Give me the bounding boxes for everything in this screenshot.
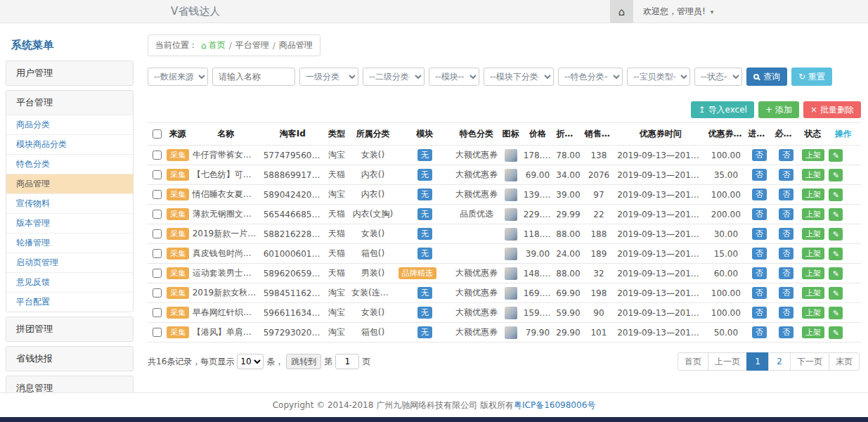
sidebar-subitem[interactable]: 模块商品分类 <box>6 134 133 154</box>
must-buy-badge[interactable]: 否 <box>779 169 793 181</box>
must-buy-badge[interactable]: 否 <box>779 248 793 260</box>
page-footer: Copyright © 2014-2018 广州九驰网络科技有限公司 版权所有粤… <box>0 392 868 417</box>
reset-button[interactable]: ↻ 重置 <box>791 68 832 86</box>
row-checkbox[interactable] <box>153 269 162 278</box>
coupon-amount-cell: 200.00 <box>706 205 746 224</box>
home-button[interactable]: ⌂ <box>610 0 633 23</box>
sidebar-subitem[interactable]: 意见反馈 <box>6 272 133 292</box>
status-badge[interactable]: 上架 <box>802 307 824 319</box>
filter-module-select[interactable]: --模块-- <box>429 68 479 86</box>
add-button[interactable]: + 添加 <box>758 101 799 118</box>
price-cell: 169.90 <box>522 283 555 303</box>
status-badge[interactable]: 上架 <box>802 267 824 279</box>
edit-button[interactable]: ✎ <box>829 169 843 181</box>
search-button[interactable]: 查询 <box>746 68 787 86</box>
sidebar-subitem[interactable]: 启动页管理 <box>6 252 133 272</box>
per-page-select[interactable]: 10 <box>237 354 264 369</box>
sidebar-item[interactable]: 拼团管理 <box>6 317 133 341</box>
status-badge[interactable]: 上架 <box>802 149 824 161</box>
edit-button[interactable]: ✎ <box>829 228 843 241</box>
sidebar-item[interactable]: 省钱快报 <box>6 347 133 371</box>
status-badge[interactable]: 上架 <box>802 208 824 220</box>
jump-button[interactable]: 跳转到 <box>286 354 321 369</box>
filter-status-select[interactable]: --状态-- <box>694 68 742 86</box>
edit-button[interactable]: ✎ <box>829 287 843 300</box>
status-badge[interactable]: 上架 <box>802 326 824 338</box>
import-select-badge[interactable]: 否 <box>752 188 767 200</box>
row-checkbox[interactable] <box>153 249 162 258</box>
must-buy-badge[interactable]: 否 <box>779 228 793 240</box>
row-checkbox[interactable] <box>153 170 162 179</box>
page-button[interactable]: 末页 <box>829 352 860 371</box>
import-select-badge[interactable]: 否 <box>752 228 767 240</box>
row-checkbox[interactable] <box>153 328 162 337</box>
page-button[interactable]: 上一页 <box>708 352 747 371</box>
sidebar-item[interactable]: 平台管理 <box>6 91 133 115</box>
status-badge[interactable]: 上架 <box>802 188 824 200</box>
import-select-badge[interactable]: 否 <box>752 208 767 220</box>
must-buy-badge[interactable]: 否 <box>779 188 793 200</box>
page-button[interactable]: 首页 <box>678 352 708 371</box>
page-button[interactable]: 2 <box>768 352 791 371</box>
edit-button[interactable]: ✎ <box>829 149 843 162</box>
status-badge[interactable]: 上架 <box>802 228 824 240</box>
edit-button[interactable]: ✎ <box>829 188 843 201</box>
row-checkbox[interactable] <box>153 229 162 238</box>
page-button[interactable]: 下一页 <box>790 352 829 371</box>
must-buy-badge[interactable]: 否 <box>779 287 793 299</box>
filter-level2-select[interactable]: --二级分类-- <box>363 68 425 86</box>
row-checkbox[interactable] <box>153 308 162 317</box>
import-select-badge[interactable]: 否 <box>752 287 767 299</box>
filter-name-input[interactable] <box>212 68 295 86</box>
import-select-badge[interactable]: 否 <box>752 149 767 161</box>
filter-module-sub-select[interactable]: --模块下分类-- <box>484 68 554 86</box>
filter-source-select[interactable]: --数据来源-- <box>148 68 208 86</box>
breadcrumb-home-link[interactable]: ⌂ 首页 <box>201 39 226 51</box>
select-all-checkbox[interactable] <box>153 129 162 139</box>
row-checkbox[interactable] <box>153 210 162 219</box>
sidebar-subitem[interactable]: 特色分类 <box>6 154 133 174</box>
coupon-time-cell: 2019-09-13—2019-09-17 <box>615 224 706 244</box>
must-buy-badge[interactable]: 否 <box>779 149 793 161</box>
sidebar-subitem[interactable]: 商品分类 <box>6 115 133 134</box>
must-buy-badge[interactable]: 否 <box>779 208 793 220</box>
breadcrumb-item-platform[interactable]: 平台管理 <box>235 39 269 51</box>
must-buy-badge[interactable]: 否 <box>779 267 793 279</box>
status-badge[interactable]: 上架 <box>802 169 824 181</box>
user-menu[interactable]: 欢迎您，管理员! ▾ <box>643 6 713 18</box>
filter-level1-select[interactable]: 一级分类 <box>299 68 358 86</box>
sidebar-subitem[interactable]: 宣传物料 <box>6 193 133 213</box>
batch-delete-button[interactable]: × 批量删除 <box>803 101 861 118</box>
status-cell: 上架 <box>800 283 825 303</box>
import-select-cell: 否 <box>746 323 772 343</box>
page-number-input[interactable] <box>335 354 359 369</box>
sidebar-subitem[interactable]: 商品管理 <box>6 174 133 193</box>
import-select-badge[interactable]: 否 <box>752 248 767 260</box>
import-excel-button[interactable]: ↥ 导入excel <box>691 101 753 118</box>
status-badge[interactable]: 上架 <box>802 248 824 260</box>
page-button[interactable]: 1 <box>746 352 769 371</box>
row-checkbox[interactable] <box>153 288 162 298</box>
edit-button[interactable]: ✎ <box>829 248 843 260</box>
edit-button[interactable]: ✎ <box>829 307 843 319</box>
edit-button[interactable]: ✎ <box>829 326 843 339</box>
import-select-badge[interactable]: 否 <box>752 267 767 279</box>
row-checkbox[interactable] <box>153 190 162 199</box>
must-buy-badge[interactable]: 否 <box>779 326 793 338</box>
import-select-badge[interactable]: 否 <box>752 307 767 319</box>
sidebar-subitem[interactable]: 版本管理 <box>6 213 133 233</box>
import-select-badge[interactable]: 否 <box>752 169 767 181</box>
sidebar-subitem[interactable]: 平台配置 <box>6 292 133 312</box>
icp-link[interactable]: 粤ICP备16098006号 <box>514 400 595 410</box>
filter-itemtype-select[interactable]: --宝贝类型-- <box>627 68 690 86</box>
category-cell: 内衣(文胸) <box>349 205 396 224</box>
must-buy-badge[interactable]: 否 <box>779 307 793 319</box>
sidebar-subitem[interactable]: 轮播管理 <box>6 233 133 252</box>
filter-featured-select[interactable]: --特色分类-- <box>558 68 623 86</box>
import-select-badge[interactable]: 否 <box>752 326 767 338</box>
edit-button[interactable]: ✎ <box>829 208 843 221</box>
edit-button[interactable]: ✎ <box>829 267 843 280</box>
status-badge[interactable]: 上架 <box>802 287 824 299</box>
row-checkbox[interactable] <box>153 151 162 160</box>
sidebar-item[interactable]: 用户管理 <box>6 61 133 85</box>
